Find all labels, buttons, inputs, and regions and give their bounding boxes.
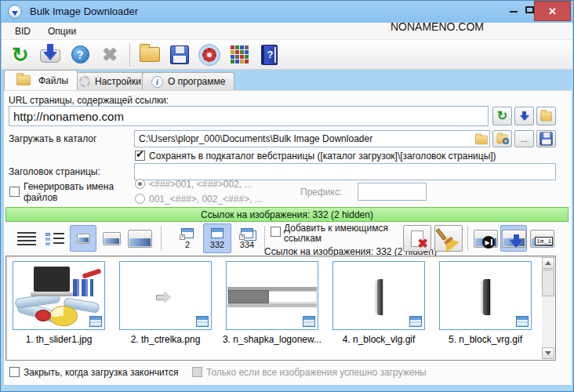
download-arrow-icon	[43, 44, 57, 60]
block-shape	[481, 279, 491, 315]
thumbnail-4-label[interactable]: 4. n_block_vlg.gif	[325, 334, 432, 345]
browse-folder-button[interactable]	[492, 130, 512, 147]
url-refresh-button[interactable]: ↻	[492, 107, 512, 125]
scroll-up-button[interactable]	[542, 257, 554, 269]
app-window: Bulk Image Downloader ✕ BID Опции NONAME…	[0, 0, 574, 392]
settings-tab-gear-icon	[79, 76, 90, 87]
thumbnail-2[interactable]	[119, 261, 212, 330]
prefix-input[interactable]	[358, 183, 427, 201]
thumbnail-3[interactable]	[226, 261, 318, 330]
tab-settings-label: Настройки	[95, 76, 141, 87]
open-folder-button[interactable]	[137, 42, 162, 67]
red-cross-icon: ✖	[418, 236, 428, 251]
scrollbar-thumb[interactable]	[542, 270, 554, 296]
thumbnails-grid-button[interactable]	[227, 42, 252, 67]
page-icon: ✖	[411, 230, 423, 247]
thumbnail-1[interactable]	[13, 261, 105, 330]
tab-settings[interactable]: Настройки	[70, 72, 151, 90]
menu-bid[interactable]: BID	[8, 24, 38, 38]
dir-more-button[interactable]: ...	[514, 130, 534, 147]
cancel-icon: ✖	[102, 45, 118, 64]
resume-download-button[interactable]: ▶	[472, 225, 499, 252]
thumbnail-1-label[interactable]: 1. th_slider1.jpg	[5, 334, 112, 345]
tab-files[interactable]: Файлы	[4, 70, 78, 90]
thumbnail-5[interactable]	[439, 261, 532, 330]
menu-options[interactable]: Опции	[41, 24, 83, 38]
remove-links-button[interactable]: ✖	[403, 225, 431, 252]
name-pattern-label-1[interactable]: <###>001, <###>002, ...	[149, 179, 252, 190]
name-pattern-radio-2[interactable]	[135, 194, 145, 204]
radio-dot	[138, 182, 142, 186]
dir-save-button[interactable]	[536, 130, 556, 147]
view-small-thumbs-button[interactable]	[70, 225, 96, 252]
files-tab-page: URL страницы, содержащей ссылки: ↻ Загру…	[4, 90, 572, 385]
visible-count: 332	[210, 240, 224, 249]
name-pattern-label-2[interactable]: 001_<###>, 002_<###>, ...	[149, 194, 263, 205]
thumbnail-4[interactable]	[332, 261, 425, 330]
settings-gear-button[interactable]	[197, 42, 222, 67]
thumbnail-3-label[interactable]: 3. n_shapka_logonew...	[219, 334, 325, 345]
hidden-count: 2	[185, 240, 190, 249]
filter-visible-button[interactable]: 332	[203, 223, 231, 253]
medium-picture-icon	[103, 232, 121, 245]
view-medium-thumbs-button[interactable]	[98, 225, 125, 252]
cancel-button[interactable]: ✖	[97, 42, 122, 67]
url-open-folder-button[interactable]	[536, 107, 556, 125]
minimize-button[interactable]	[506, 1, 521, 18]
download-images-button[interactable]	[500, 225, 527, 252]
download-dir-input[interactable]	[134, 130, 490, 147]
add-to-existing-checkbox[interactable]	[271, 227, 281, 237]
thumbnail-type-icon	[516, 316, 529, 327]
minimize-icon	[510, 11, 518, 13]
url-input[interactable]	[9, 106, 489, 126]
clear-list-button[interactable]	[434, 225, 463, 252]
only-if-success-checkbox	[192, 367, 202, 377]
add-to-existing-label[interactable]: Добавить к имеющимся ссылкам	[284, 223, 413, 244]
subdir-checkbox-label[interactable]: Сохранять в подкаталог вебстраницы ([кат…	[149, 151, 496, 162]
subdir-checkbox[interactable]: ✔	[135, 151, 145, 161]
window-icon	[211, 228, 223, 238]
help-book-icon: ?	[261, 45, 278, 65]
watermark-text: NONAMENO.COM	[391, 20, 484, 33]
dir-field-folder-icon[interactable]	[475, 136, 488, 144]
vertical-scrollbar[interactable]	[542, 257, 554, 359]
folder-icon	[140, 47, 160, 62]
rename-images-button[interactable]: 1m_1	[529, 225, 555, 252]
url-download-button[interactable]	[514, 107, 534, 125]
download-button[interactable]	[38, 42, 63, 67]
help-check-button[interactable]: ?	[67, 42, 93, 67]
small-picture-icon	[77, 234, 90, 244]
view-large-thumbs-button[interactable]	[126, 225, 153, 252]
help-book-button[interactable]: ?	[256, 42, 282, 67]
save-button[interactable]	[167, 42, 192, 67]
tab-files-label: Файлы	[38, 75, 68, 86]
close-when-done-label[interactable]: Закрыть, когда загрузка закончится	[24, 367, 179, 378]
thumbnail-type-icon	[409, 316, 422, 327]
reload-links-button[interactable]: ↻	[8, 42, 33, 67]
separator	[161, 226, 162, 251]
close-when-done-checkbox[interactable]	[9, 367, 20, 377]
main-toolbar: ↻ ? ✖ ?	[2, 40, 572, 70]
play-icon: ▶	[482, 236, 495, 249]
filter-all-button[interactable]: ↗ 334	[233, 223, 261, 253]
laptop-screen-shape	[34, 267, 70, 292]
scroll-down-button[interactable]	[542, 347, 554, 359]
thumbnail-2-label[interactable]: 2. th_ctrelka.png	[112, 334, 219, 345]
page-title-input[interactable]	[134, 163, 556, 180]
filter-hidden-button[interactable]: ↗ 2	[173, 223, 202, 253]
view-list-button[interactable]	[42, 225, 68, 252]
app-icon	[8, 5, 22, 19]
close-button[interactable]: ✕	[534, 1, 571, 21]
block-shape	[375, 279, 383, 315]
view-details-button[interactable]	[13, 225, 40, 252]
files-tab-folder-icon	[16, 75, 31, 85]
thumbnail-5-label[interactable]: 5. n_block_vrg.gif	[432, 334, 539, 345]
floppy-icon	[170, 45, 189, 64]
pie-slice-shape	[35, 310, 51, 321]
generate-names-checkbox[interactable]	[9, 187, 20, 197]
name-pattern-radio-1[interactable]	[135, 179, 145, 189]
tab-about[interactable]: i О программе	[142, 72, 234, 90]
thumbnail-list[interactable]: 1. th_slider1.jpg 2. th_ctrelka.png 3. n…	[5, 256, 556, 361]
generate-names-label[interactable]: Генерировать имена файлов	[24, 181, 129, 203]
shortcut-badge: ↗	[239, 234, 245, 240]
